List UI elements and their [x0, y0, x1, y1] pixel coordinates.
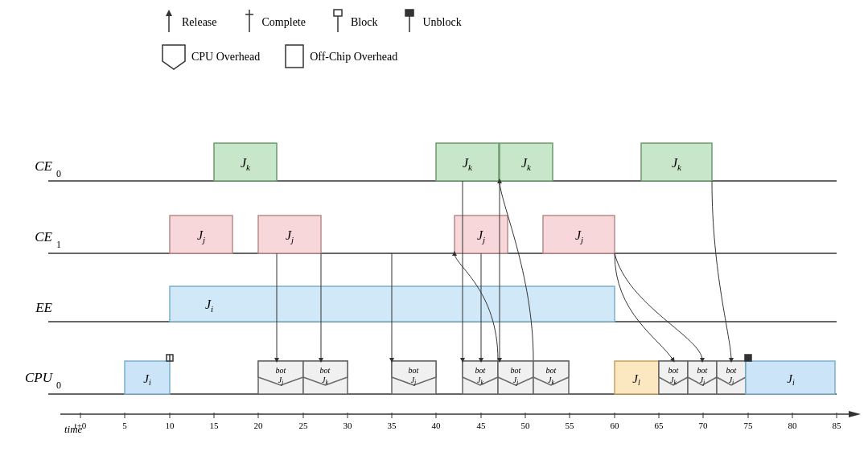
svg-rect-8 — [405, 10, 413, 16]
offchip-overhead-label: Off-Chip Overhead — [310, 51, 397, 64]
ce1-label: CE — [35, 229, 52, 244]
tick-30: 30 — [343, 421, 353, 430]
unblock-label: Unblock — [422, 16, 461, 29]
cpu-bot-2-bot-label: bot — [320, 366, 331, 375]
cpu-bot-9-bot-label: bot — [726, 366, 737, 375]
cpu-bot-7-bot-label: bot — [668, 366, 679, 375]
cpu-bot-1-bot-label: bot — [276, 366, 286, 375]
ce0-sub: 0 — [56, 168, 61, 179]
tick-35: 35 — [388, 421, 397, 430]
tick-60: 60 — [611, 421, 620, 430]
legend: Release Complete Block — [161, 8, 462, 71]
cpu-bot-3-bot-label: bot — [409, 366, 419, 375]
tick-85: 85 — [833, 421, 842, 430]
cpu0-sub: 0 — [56, 380, 61, 391]
tick-75: 75 — [744, 421, 754, 430]
block-label: Block — [351, 16, 377, 29]
cpu-bot-4-bot-label: bot — [475, 366, 486, 375]
tick-40: 40 — [432, 421, 442, 430]
tick-t0: t+0 — [75, 421, 87, 430]
legend-offchip-overhead: Off-Chip Overhead — [284, 43, 397, 71]
tick-10: 10 — [166, 421, 175, 430]
tick-70: 70 — [699, 421, 709, 430]
tick-20: 20 — [254, 421, 264, 430]
complete-label: Complete — [262, 16, 306, 29]
block-icon — [330, 8, 346, 37]
legend-release: Release — [161, 8, 217, 37]
tick-25: 25 — [299, 421, 309, 430]
diagram-container: Release Complete Block — [0, 0, 868, 460]
svg-marker-1 — [166, 10, 172, 16]
tick-15: 15 — [210, 421, 220, 430]
cpu-bot-8-bot-label: bot — [697, 366, 708, 375]
ce0-label: CE — [35, 158, 52, 174]
svg-rect-10 — [286, 45, 303, 68]
legend-complete: Complete — [241, 8, 306, 37]
tick-65: 65 — [655, 421, 664, 430]
tick-50: 50 — [521, 421, 531, 430]
svg-marker-9 — [162, 45, 185, 69]
main-diagram: CE 0 CE 1 EE CPU 0 time t+0 5 10 15 20 2… — [0, 129, 868, 450]
ee-label: EE — [35, 300, 52, 315]
svg-marker-16 — [849, 411, 861, 417]
ce1-sub: 1 — [56, 239, 61, 250]
release-label: Release — [182, 16, 217, 29]
cpu-overhead-icon — [161, 43, 187, 71]
tick-45: 45 — [477, 421, 487, 430]
cpu-bot-6-bot-label: bot — [546, 366, 557, 375]
unblock-icon — [401, 8, 418, 37]
tick-5: 5 — [122, 421, 127, 430]
legend-unblock: Unblock — [401, 8, 461, 37]
svg-rect-6 — [334, 10, 342, 16]
cpu-bot-5-bot-label: bot — [511, 366, 521, 375]
legend-block: Block — [330, 8, 377, 37]
tick-80: 80 — [788, 421, 798, 430]
cpu-overhead-label: CPU Overhead — [191, 51, 260, 64]
legend-row-1: Release Complete Block — [161, 8, 462, 37]
legend-row-2: CPU Overhead Off-Chip Overhead — [161, 43, 462, 71]
tick-55: 55 — [566, 421, 575, 430]
complete-icon — [241, 8, 257, 37]
cpu0-label: CPU — [25, 370, 54, 385]
release-icon — [161, 8, 177, 37]
offchip-overhead-icon — [284, 43, 305, 71]
legend-cpu-overhead: CPU Overhead — [161, 43, 260, 71]
